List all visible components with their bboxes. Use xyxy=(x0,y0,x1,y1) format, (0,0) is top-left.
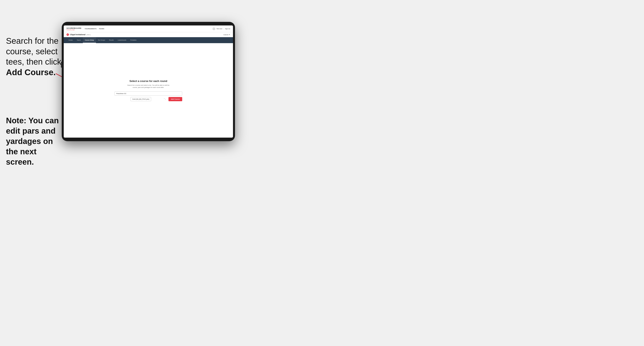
user-avatar xyxy=(212,27,215,30)
top-nav: SCOREBOARD Powered by clippd TOURNAMENTS… xyxy=(64,25,233,32)
tablet-side-button xyxy=(61,62,62,68)
add-course-button[interactable]: Add Course xyxy=(168,97,182,101)
nav-links: TOURNAMENTS TEAMS xyxy=(85,27,212,30)
tab-course-setup[interactable]: Course Setup xyxy=(83,37,96,43)
tablet-screen: SCOREBOARD Powered by clippd TOURNAMENTS… xyxy=(64,25,233,138)
panel-desc: Search for a course and select a tee. Yo… xyxy=(114,84,182,89)
panel-title: Select a course for each round xyxy=(114,80,182,83)
app-logo: SCOREBOARD xyxy=(66,27,82,29)
tab-teams[interactable]: Teams xyxy=(75,37,83,43)
main-content: Select a course for each round Search fo… xyxy=(64,43,233,138)
tab-bar: Details Teams Course Setup Tee Groups Re… xyxy=(64,37,233,43)
cancel-button[interactable]: Cancel ✕ xyxy=(224,34,230,36)
sign-out-link[interactable]: Sign out xyxy=(225,28,230,29)
nav-tournaments[interactable]: TOURNAMENTS xyxy=(85,27,96,30)
tournament-icon: C xyxy=(66,33,69,36)
tournament-gender: (Men) xyxy=(86,34,90,36)
tablet-device: SCOREBOARD Powered by clippd TOURNAMENTS… xyxy=(62,22,235,141)
logo-area: SCOREBOARD Powered by clippd xyxy=(66,27,82,30)
tee-select-row: Gold (M) (M) (7010 yds) Add Course xyxy=(114,97,182,101)
tab-leaderboards[interactable]: Leaderboards xyxy=(116,37,128,43)
tournament-title-area: C Clippd Invitational (Men) xyxy=(66,33,90,36)
tab-results[interactable]: Results xyxy=(107,37,116,43)
course-search-input[interactable] xyxy=(114,91,182,96)
tournament-name: Clippd Invitational xyxy=(70,34,86,36)
tab-details[interactable]: Details xyxy=(66,37,75,43)
tee-select[interactable]: Gold (M) (M) (7010 yds) xyxy=(130,97,151,101)
nav-right: Test User | Sign out xyxy=(212,27,230,30)
tab-tee-groups[interactable]: Tee Groups xyxy=(96,37,107,43)
note-annotation: Note: You can edit pars and yardages on … xyxy=(6,115,64,167)
nav-pipe: | xyxy=(224,28,224,29)
tee-select-wrapper: Gold (M) (M) (7010 yds) xyxy=(114,97,167,101)
nav-teams[interactable]: TEAMS xyxy=(99,27,104,30)
course-panel: Select a course for each round Search fo… xyxy=(114,80,182,101)
left-annotation: Search for the course, select tees, then… xyxy=(6,36,64,78)
tournament-header: C Clippd Invitational (Men) Cancel ✕ xyxy=(64,32,233,37)
app-logo-sub: Powered by clippd xyxy=(66,29,82,30)
user-name: Test User xyxy=(216,28,222,29)
tab-printables[interactable]: Printables xyxy=(128,37,138,43)
